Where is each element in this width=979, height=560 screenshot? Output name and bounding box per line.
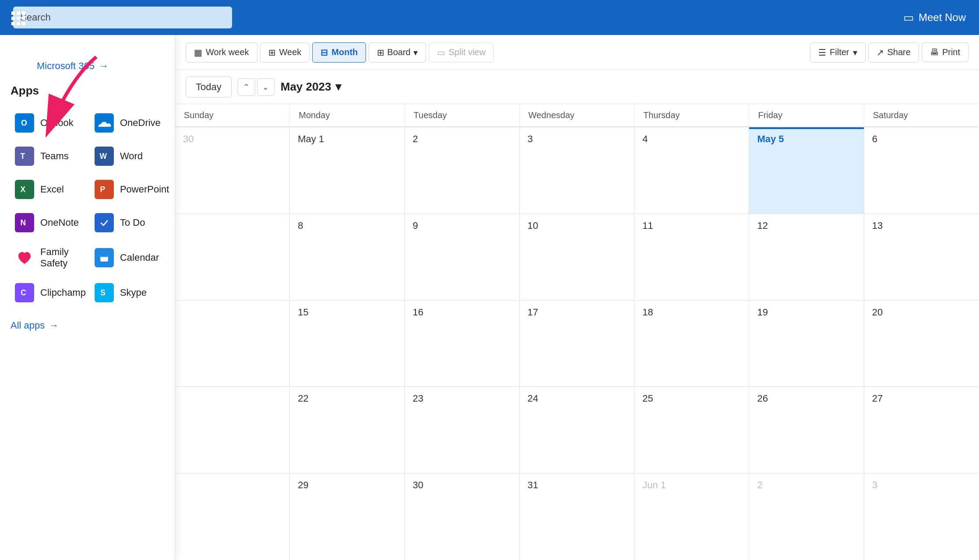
cal-cell-may15[interactable]: 15 xyxy=(290,301,405,387)
meet-now-button[interactable]: ▭ Meet Now xyxy=(903,11,966,24)
video-icon: ▭ xyxy=(903,11,914,24)
svg-text:C: C xyxy=(21,288,26,297)
app-item-skype[interactable]: S Skype xyxy=(90,278,174,308)
waffle-menu-icon[interactable] xyxy=(9,9,28,28)
app-item-powerpoint[interactable]: P PowerPoint xyxy=(90,175,174,204)
cal-cell-may24[interactable]: 24 xyxy=(520,387,634,473)
todo-icon xyxy=(95,213,114,232)
board-button[interactable]: ⊞ Board ▾ xyxy=(369,42,426,63)
month-year-title[interactable]: May 2023 ▾ xyxy=(281,80,342,94)
day-header-tue: Tuesday xyxy=(405,104,520,126)
cal-cell-may25[interactable]: 25 xyxy=(634,387,749,473)
week-button[interactable]: ⊞ Week xyxy=(260,42,310,63)
cal-cell-may2[interactable]: 2 xyxy=(405,127,520,214)
day-num-may9: 9 xyxy=(413,220,418,231)
cal-cell-may16[interactable]: 16 xyxy=(405,301,520,387)
prev-month-button[interactable]: ⌃ xyxy=(238,78,255,96)
cal-cell-may29[interactable]: 29 xyxy=(290,473,405,560)
cal-cell-may23[interactable]: 23 xyxy=(405,387,520,473)
app-item-teams[interactable]: T Teams xyxy=(11,141,90,171)
today-button[interactable]: Today xyxy=(186,77,232,98)
cal-cell-may19[interactable]: 19 xyxy=(749,301,864,387)
search-input[interactable]: Search xyxy=(13,7,232,28)
cal-cell-jun2[interactable]: 2 xyxy=(749,473,864,560)
app-item-todo[interactable]: To Do xyxy=(90,208,174,238)
cal-cell-may5[interactable]: May 5 xyxy=(749,127,864,214)
cal-cell-may20[interactable]: 20 xyxy=(864,301,979,387)
cal-cell-may30[interactable]: 30 xyxy=(405,473,520,560)
app-item-onenote[interactable]: N OneNote xyxy=(11,208,90,238)
cal-cell-may22[interactable]: 22 xyxy=(290,387,405,473)
excel-icon: X xyxy=(15,180,34,199)
filter-button[interactable]: ☰ Filter ▾ xyxy=(810,42,865,63)
cal-cell-apr30[interactable]: 30 xyxy=(175,127,290,214)
top-bar: Search ▭ Meet Now xyxy=(0,0,979,35)
all-apps-link[interactable]: All apps → xyxy=(11,320,164,331)
svg-text:P: P xyxy=(100,185,105,194)
share-button[interactable]: ↗ Share xyxy=(868,42,919,63)
cal-cell-may28[interactable] xyxy=(175,473,290,560)
cal-cell-may7[interactable] xyxy=(175,214,290,300)
cal-cell-jun3[interactable]: 3 xyxy=(864,473,979,560)
powerpoint-icon: P xyxy=(95,180,114,199)
cal-cell-may31[interactable]: 31 xyxy=(520,473,634,560)
app-item-onedrive[interactable]: OneDrive xyxy=(90,108,174,138)
app-item-calendar[interactable]: Calendar xyxy=(90,241,174,274)
calendar-app-label: Calendar xyxy=(120,252,159,263)
calendar-grid-container: Sunday Monday Tuesday Wednesday Thursday… xyxy=(175,104,979,560)
todo-label: To Do xyxy=(120,217,145,228)
cal-cell-may8[interactable]: 8 xyxy=(290,214,405,300)
cal-cell-may4[interactable]: 4 xyxy=(634,127,749,214)
cal-cell-may17[interactable]: 17 xyxy=(520,301,634,387)
day-num-may23: 23 xyxy=(413,393,423,404)
cal-cell-may11[interactable]: 11 xyxy=(634,214,749,300)
calendar-app-icon xyxy=(95,248,114,267)
cal-cell-may26[interactable]: 26 xyxy=(749,387,864,473)
app-item-excel[interactable]: X Excel xyxy=(11,175,90,204)
day-header-thu: Thursday xyxy=(634,104,749,126)
cal-cell-may21[interactable] xyxy=(175,387,290,473)
cal-cell-may14[interactable] xyxy=(175,301,290,387)
print-button[interactable]: 🖶 Print xyxy=(922,42,968,62)
cal-cell-may6[interactable]: 6 xyxy=(864,127,979,214)
cal-cell-may27[interactable]: 27 xyxy=(864,387,979,473)
app-launcher-panel: Microsoft 365 → Apps O Outlook xyxy=(0,35,175,560)
svg-text:W: W xyxy=(99,152,107,161)
cal-cell-may10[interactable]: 10 xyxy=(520,214,634,300)
cal-cell-may18[interactable]: 18 xyxy=(634,301,749,387)
day-num-may10: 10 xyxy=(528,220,538,231)
calendar-week-5: 29 30 31 Jun 1 2 3 xyxy=(175,473,979,560)
top-bar-right: ▭ Meet Now xyxy=(903,11,966,24)
all-apps-label: All apps xyxy=(11,320,45,331)
app-item-familysafety[interactable]: Family Safety xyxy=(11,241,90,274)
word-label: Word xyxy=(120,150,143,162)
day-header-fri: Friday xyxy=(749,104,864,126)
nav-arrows: ⌃ ⌄ xyxy=(238,78,275,96)
app-item-outlook[interactable]: O Outlook xyxy=(11,108,90,138)
cal-cell-may1[interactable]: May 1 xyxy=(290,127,405,214)
cal-cell-jun1[interactable]: Jun 1 xyxy=(634,473,749,560)
apps-grid: O Outlook OneDrive T xyxy=(11,108,164,308)
microsoft-365-link[interactable]: Microsoft 365 → xyxy=(11,57,164,72)
next-month-button[interactable]: ⌄ xyxy=(257,78,275,96)
day-num-may27: 27 xyxy=(872,393,883,404)
filter-label: Filter xyxy=(830,47,849,57)
word-icon: W xyxy=(95,147,114,166)
month-button[interactable]: ⊟ Month xyxy=(312,42,366,63)
app-item-clipchamp[interactable]: C Clipchamp xyxy=(11,278,90,308)
cal-cell-may3[interactable]: 3 xyxy=(520,127,634,214)
svg-rect-13 xyxy=(98,217,110,229)
day-num-may6: 6 xyxy=(872,133,877,144)
cal-cell-may13[interactable]: 13 xyxy=(864,214,979,300)
work-week-button[interactable]: ▦ Work week xyxy=(186,42,257,63)
day-num-may17: 17 xyxy=(528,307,538,318)
split-view-button[interactable]: ▭ Split view xyxy=(429,42,494,63)
print-label: Print xyxy=(942,47,960,57)
work-week-label: Work week xyxy=(206,47,249,57)
toolbar-right: ☰ Filter ▾ ↗ Share 🖶 Print xyxy=(810,42,968,63)
cal-cell-may9[interactable]: 9 xyxy=(405,214,520,300)
svg-text:T: T xyxy=(20,152,25,161)
day-num-may15: 15 xyxy=(298,307,308,318)
cal-cell-may12[interactable]: 12 xyxy=(749,214,864,300)
app-item-word[interactable]: W Word xyxy=(90,141,174,171)
